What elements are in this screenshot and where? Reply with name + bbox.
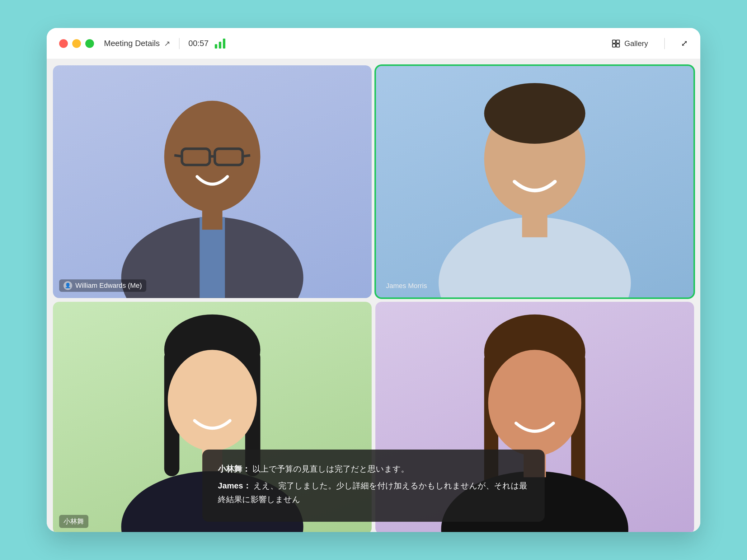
caption-text-1: 以上で予算の見直しは完了だと思います。 [252, 464, 409, 474]
minimize-button[interactable] [72, 39, 81, 48]
fullscreen-button[interactable]: ⤢ [681, 38, 688, 48]
caption-speaker-2: James： [218, 481, 251, 490]
svg-rect-2 [613, 44, 616, 47]
person-icon: 👤 [63, 281, 72, 290]
meeting-details-label: Meeting Details [104, 38, 160, 48]
divider [179, 38, 180, 49]
svg-rect-12 [202, 205, 222, 230]
title-bar: Meeting Details ↗ 00:57 Gallery ⤢ [47, 28, 700, 59]
caption-overlay: 小林舞： 以上で予算の見直しは完了だと思います。 James： ええ、完了しまし… [202, 450, 545, 522]
signal-strength-icon [215, 38, 225, 49]
traffic-lights [59, 39, 94, 48]
svg-rect-1 [616, 40, 619, 43]
divider [664, 38, 665, 49]
svg-line-8 [174, 155, 182, 156]
title-bar-right: Gallery ⤢ [611, 38, 688, 49]
person-william [53, 65, 371, 298]
maximize-button[interactable] [85, 39, 94, 48]
caption-line-2: James： ええ、完了しました。少し詳細を付け加えるかもしれませんが、それは最… [218, 479, 529, 506]
caption-line-1: 小林舞： 以上で予算の見直しは完了だと思います。 [218, 462, 529, 476]
share-icon: ↗ [164, 39, 170, 48]
participant-name-james: James Morris [382, 280, 431, 292]
caption-speaker-1: 小林舞： [218, 464, 250, 474]
gallery-label: Gallery [624, 39, 648, 48]
svg-point-14 [484, 83, 585, 144]
meeting-details[interactable]: Meeting Details ↗ [104, 38, 170, 48]
video-cell-william: 👤 William Edwards (Me) [53, 65, 371, 298]
svg-rect-3 [616, 44, 619, 47]
participant-name-kobayashi: 小林舞 [59, 515, 88, 528]
close-button[interactable] [59, 39, 68, 48]
video-cell-james: James Morris [376, 65, 694, 298]
video-grid: 👤 William Edwards (Me) James Morris [47, 59, 700, 532]
caption-text-2: ええ、完了しました。少し詳細を付け加えるかもしれませんが、それは最終結果に影響し… [218, 481, 527, 504]
svg-point-26 [488, 350, 581, 456]
participant-name-william: 👤 William Edwards (Me) [59, 279, 146, 292]
app-window: Meeting Details ↗ 00:57 Gallery ⤢ [47, 28, 700, 532]
person-james [376, 65, 694, 298]
svg-rect-0 [613, 40, 616, 43]
svg-point-20 [168, 350, 257, 451]
svg-line-9 [243, 155, 250, 156]
svg-rect-16 [522, 209, 547, 237]
meeting-timer: 00:57 [188, 38, 209, 48]
gallery-button[interactable]: Gallery [611, 39, 648, 48]
